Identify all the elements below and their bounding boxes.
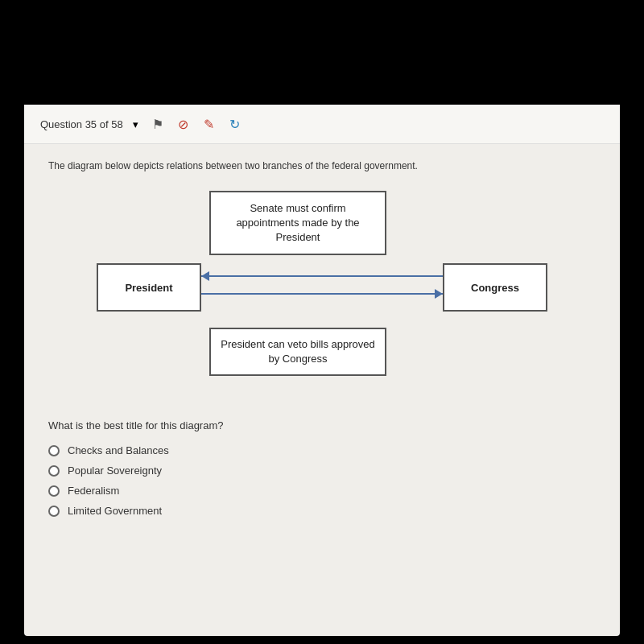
radio-opt1[interactable] (48, 445, 60, 456)
edit-icon[interactable]: ✎ (200, 114, 219, 134)
senate-box: Senate must confirm appointments made by… (209, 191, 386, 255)
radio-opt2[interactable] (48, 465, 60, 477)
president-box: President (97, 263, 201, 312)
senate-label: Senate must confirm appointments made by… (217, 201, 378, 246)
main-screen: Question 35 of 58 ▾ ⚑ ⊘ ✎ ↻ The diagram … (24, 105, 620, 636)
question-counter: Question 35 of 58 (40, 118, 123, 130)
arrow-congress-to-president (201, 275, 443, 277)
header-bar: Question 35 of 58 ▾ ⚑ ⊘ ✎ ↻ (24, 105, 620, 144)
congress-label: Congress (471, 282, 519, 294)
congress-box: Congress (443, 263, 547, 312)
answer-options: Checks and Balances Popular Sovereignty … (48, 444, 596, 517)
refresh-icon[interactable]: ↻ (225, 114, 245, 134)
option-label-3: Federalism (68, 485, 119, 497)
radio-opt4[interactable] (48, 506, 60, 517)
dropdown-arrow[interactable]: ▾ (133, 118, 138, 130)
option-label-1: Checks and Balances (68, 444, 169, 456)
veto-box: President can veto bills approved by Con… (209, 328, 386, 376)
option-federalism[interactable]: Federalism (48, 485, 596, 497)
content-area: The diagram below depicts relations betw… (24, 144, 620, 533)
flag-icon[interactable]: ⚑ (148, 114, 167, 134)
option-limited-government[interactable]: Limited Government (48, 505, 596, 517)
arrow-president-to-congress (201, 293, 443, 295)
block-icon[interactable]: ⊘ (174, 114, 193, 134)
option-label-4: Limited Government (68, 505, 162, 517)
option-label-2: Popular Sovereignty (68, 464, 162, 477)
option-popular-sovereignty[interactable]: Popular Sovereignty (48, 464, 596, 477)
president-label: President (125, 282, 172, 294)
diagram-area: Senate must confirm appointments made by… (97, 191, 547, 400)
toolbar-icons: ⚑ ⊘ ✎ ↻ (148, 114, 245, 134)
option-checks-balances[interactable]: Checks and Balances (48, 444, 596, 456)
radio-opt3[interactable] (48, 485, 60, 497)
arrows (201, 263, 443, 312)
diagram-description: The diagram below depicts relations betw… (48, 160, 596, 171)
question-text: What is the best title for this diagram? (48, 419, 596, 431)
veto-label: President can veto bills approved by Con… (216, 337, 380, 366)
